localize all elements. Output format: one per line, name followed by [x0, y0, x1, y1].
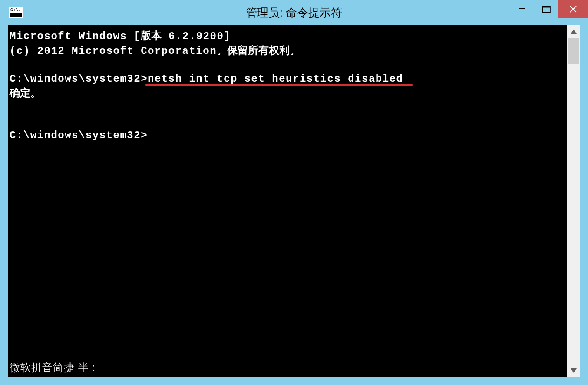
terminal-text: Microsoft Windows [	[10, 30, 141, 42]
svg-marker-6	[571, 368, 577, 373]
terminal-text: C:\windows\system32>netsh int tcp set he…	[10, 73, 403, 85]
terminal-line: C:\windows\system32>netsh int tcp set he…	[10, 72, 565, 86]
terminal-line: 确定。	[10, 86, 565, 101]
terminal-line: C:\windows\system32>	[10, 129, 565, 143]
terminal-text: 6.2.9200]	[162, 30, 231, 42]
terminal-text: C:\windows\system32>	[10, 129, 148, 141]
scrollbar-track[interactable]	[567, 38, 580, 364]
terminal-text-cjk: 确定。	[10, 87, 41, 99]
terminal-text: (c) 2012 Microsoft Corporation	[10, 45, 217, 57]
terminal-text-cjk: 版本	[141, 30, 162, 41]
ime-status: 微软拼音简捷 半 :	[10, 361, 96, 375]
close-button[interactable]	[558, 0, 588, 18]
maximize-icon	[542, 6, 551, 13]
maximize-button[interactable]	[534, 0, 558, 18]
minimize-icon	[518, 3, 526, 11]
terminal-blank-line	[10, 115, 565, 129]
titlebar[interactable]: C:\. 管理员: 命令提示符	[0, 0, 588, 25]
annotation-underline	[145, 84, 413, 86]
content-area: Microsoft Windows [版本 6.2.9200](c) 2012 …	[8, 25, 580, 377]
chevron-up-icon	[571, 30, 577, 34]
minimize-button[interactable]	[510, 0, 534, 18]
terminal-blank-line	[10, 58, 565, 72]
window-icon[interactable]: C:\.	[9, 7, 23, 18]
chevron-down-icon	[571, 368, 577, 373]
svg-marker-5	[571, 30, 577, 34]
terminal-line: Microsoft Windows [版本 6.2.9200]	[10, 29, 565, 43]
terminal-output[interactable]: Microsoft Windows [版本 6.2.9200](c) 2012 …	[8, 25, 567, 377]
svg-rect-0	[519, 8, 525, 9]
close-icon	[569, 5, 577, 13]
command-prompt-window: C:\. 管理员: 命令提示符	[0, 0, 588, 385]
vertical-scrollbar[interactable]	[567, 25, 580, 377]
scroll-down-button[interactable]	[567, 364, 580, 377]
window-controls	[510, 0, 588, 18]
window-icon-text: C:\.	[10, 8, 21, 13]
terminal-blank-line	[10, 101, 565, 115]
scroll-up-button[interactable]	[567, 25, 580, 38]
terminal-line: (c) 2012 Microsoft Corporation。保留所有权利。	[10, 43, 565, 58]
terminal-text-cjk: 。保留所有权利。	[217, 44, 300, 56]
scrollbar-thumb[interactable]	[568, 38, 579, 64]
window-title: 管理员: 命令提示符	[246, 5, 342, 20]
svg-rect-2	[542, 6, 550, 8]
